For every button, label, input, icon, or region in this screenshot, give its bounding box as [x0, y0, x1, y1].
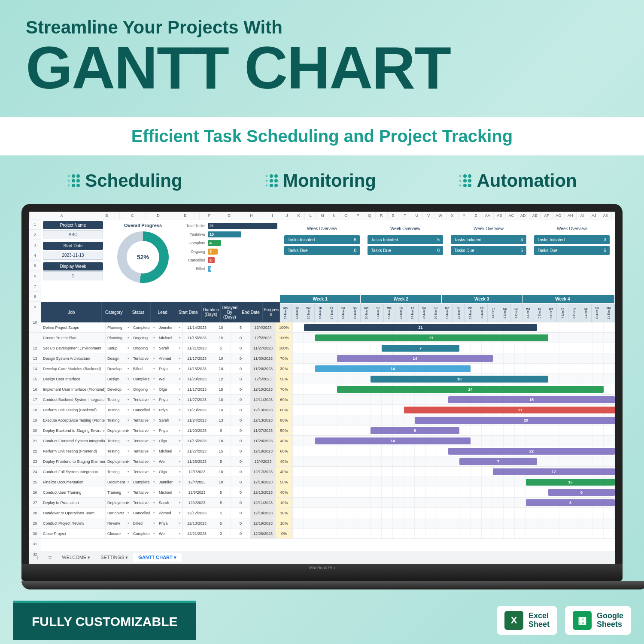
status-cell[interactable]: Tentative — [131, 498, 157, 507]
start-cell[interactable]: 11/20/2023 — [183, 425, 211, 435]
duration-cell[interactable]: 10 — [211, 395, 231, 404]
status-cell[interactable]: Complete — [131, 322, 157, 332]
job-cell[interactable]: Execute Acceptance Testing (Frontend) — [41, 415, 106, 425]
column-header[interactable]: Y — [459, 212, 471, 219]
status-cell[interactable]: Complete — [131, 477, 157, 487]
category-cell[interactable]: Deployment — [106, 456, 131, 466]
sheet-tab[interactable]: SETTINGS ▾ — [95, 553, 133, 562]
delay-cell[interactable]: 0 — [231, 529, 251, 538]
lead-cell[interactable]: Wei — [157, 374, 183, 384]
category-cell[interactable]: Testing — [106, 405, 131, 415]
duration-cell[interactable]: 14 — [211, 405, 231, 415]
lead-cell[interactable]: Jennifer — [157, 322, 183, 332]
column-header[interactable]: M — [317, 212, 329, 219]
lead-cell[interactable]: Ahmed — [157, 508, 183, 518]
status-cell[interactable]: Tentative — [131, 425, 157, 435]
duration-cell[interactable]: 10 — [211, 477, 231, 487]
start-cell[interactable]: 12/12/2023 — [183, 508, 211, 518]
delay-cell[interactable]: 0 — [231, 405, 251, 415]
row-header[interactable]: 30 — [29, 529, 41, 539]
row-header[interactable]: 1 — [29, 219, 41, 230]
duration-cell[interactable]: 10 — [211, 436, 231, 446]
category-cell[interactable]: Testing — [106, 446, 131, 456]
category-cell[interactable]: Planning — [106, 333, 131, 343]
duration-cell[interactable]: 5 — [211, 498, 231, 507]
lead-cell[interactable]: Ahmed — [157, 353, 183, 363]
progress-cell[interactable]: 50% — [276, 374, 293, 384]
job-cell[interactable]: Perform Unit Testing (Backend) — [41, 405, 106, 415]
job-cell[interactable]: Develop Core Modules (Backend) — [41, 364, 106, 374]
start-cell[interactable]: 11/15/2023 — [183, 333, 211, 343]
delay-cell[interactable]: 0 — [231, 415, 251, 425]
delay-cell[interactable]: 0 — [231, 425, 251, 435]
job-cell[interactable]: Set Up Development Environment — [41, 343, 106, 353]
column-header[interactable]: AA — [482, 212, 494, 219]
lead-cell[interactable]: Priya — [157, 425, 183, 435]
category-cell[interactable]: Testing — [106, 436, 131, 446]
row-header[interactable]: 4 — [29, 250, 41, 261]
delay-cell[interactable]: 0 — [231, 456, 251, 466]
progress-cell[interactable]: 10% — [276, 518, 293, 528]
gantt-bar[interactable]: 14 — [315, 437, 471, 444]
lead-cell[interactable]: Michael — [157, 487, 183, 497]
job-cell[interactable]: Deploy Backend to Staging Environment — [41, 425, 106, 435]
delay-cell[interactable]: 0 — [231, 343, 251, 353]
status-cell[interactable]: Cancelled — [131, 508, 157, 518]
row-header[interactable]: 5 — [29, 261, 41, 271]
gantt-bar[interactable]: 7 — [459, 458, 537, 465]
job-cell[interactable]: Design System Architecture — [41, 353, 106, 363]
row-header[interactable]: 9 — [29, 302, 41, 312]
delay-cell[interactable]: 0 — [231, 374, 251, 384]
progress-cell[interactable]: 100% — [276, 322, 293, 332]
gantt-bar[interactable]: 7 — [382, 345, 459, 352]
duration-cell[interactable]: 10 — [211, 322, 231, 332]
lead-cell[interactable]: Olga — [157, 384, 183, 394]
job-cell[interactable]: Implement User Interface (Frontend) — [41, 384, 106, 394]
status-cell[interactable]: Tentative — [131, 415, 157, 425]
table-column-header[interactable]: Category — [102, 302, 126, 322]
duration-cell[interactable]: 5 — [211, 487, 231, 497]
row-header[interactable]: 27 — [29, 498, 41, 508]
gantt-bar[interactable]: 15 — [448, 396, 615, 403]
status-cell[interactable]: Tentative — [131, 436, 157, 446]
duration-cell[interactable]: 10 — [211, 353, 231, 363]
category-cell[interactable]: Handover — [106, 508, 131, 518]
delay-cell[interactable]: 0 — [231, 384, 251, 394]
column-header[interactable]: F — [200, 212, 219, 219]
table-column-header[interactable]: Job — [41, 302, 102, 322]
start-cell[interactable]: 11/24/2023 — [183, 415, 211, 425]
row-header[interactable]: 14 — [29, 364, 41, 374]
column-header[interactable]: L — [305, 212, 317, 219]
delay-cell[interactable]: 0 — [231, 446, 251, 456]
sheet-tab[interactable]: WELCOME ▾ — [57, 553, 95, 562]
lead-cell[interactable]: Michael — [157, 333, 183, 343]
row-header[interactable]: 10 — [29, 312, 41, 333]
start-cell[interactable]: 11/17/2023 — [183, 353, 211, 363]
start-cell[interactable]: 12/13/2023 — [183, 518, 211, 528]
progress-cell[interactable]: 40% — [276, 456, 293, 466]
job-cell[interactable]: Create Project Plan — [41, 333, 106, 343]
row-header[interactable]: 8 — [29, 292, 41, 302]
row-header[interactable]: 29 — [29, 518, 41, 529]
delay-cell[interactable]: 0 — [231, 395, 251, 404]
status-cell[interactable]: Ongoing — [131, 343, 157, 353]
progress-cell[interactable]: 50% — [276, 477, 293, 487]
row-header[interactable] — [29, 333, 41, 343]
lead-cell[interactable]: Priya — [157, 395, 183, 404]
column-header[interactable]: AI — [577, 212, 589, 219]
progress-cell[interactable]: 40% — [276, 487, 293, 497]
duration-cell[interactable]: 5 — [211, 508, 231, 518]
lead-cell[interactable]: Priya — [157, 364, 183, 374]
lead-cell[interactable]: Jennifer — [157, 477, 183, 487]
duration-cell[interactable]: 6 — [211, 425, 231, 435]
delay-cell[interactable]: 5 — [231, 322, 251, 332]
lead-cell[interactable]: Sarah — [157, 498, 183, 507]
column-header[interactable]: A — [30, 212, 94, 219]
category-cell[interactable]: Deployment — [106, 498, 131, 507]
column-header[interactable]: J — [281, 212, 293, 219]
job-cell[interactable]: Conduct User Training — [41, 487, 106, 497]
job-cell[interactable]: Perform Unit Testing (Frontend) — [41, 446, 106, 456]
table-column-header[interactable]: Lead — [151, 302, 175, 322]
column-header[interactable]: AD — [517, 212, 529, 219]
category-cell[interactable]: Testing — [106, 467, 131, 477]
